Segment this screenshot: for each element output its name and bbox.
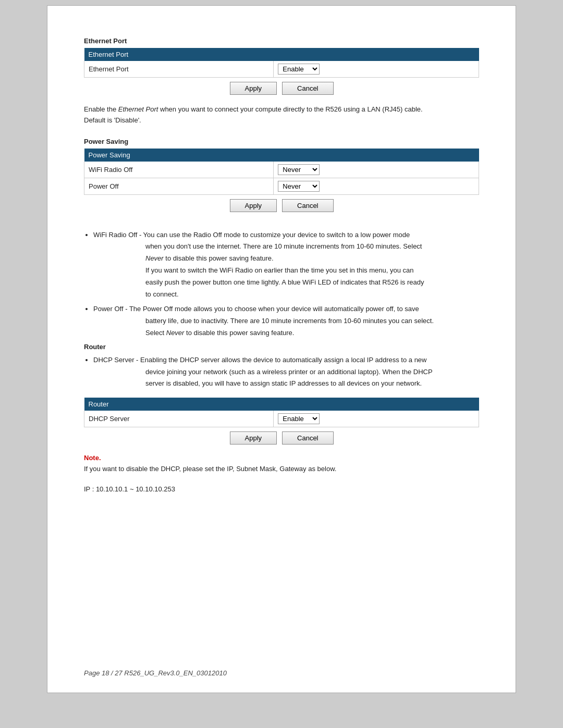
power-off-label: Power Off xyxy=(84,178,274,194)
wifi-radio-off-bullet-sub1: when you don't use the internet. There a… xyxy=(145,241,479,252)
table-row: DHCP Server Enable Disable xyxy=(84,411,479,427)
router-cancel-button[interactable]: Cancel xyxy=(282,431,333,445)
footer-text: Page 18 / 27 R526_UG_Rev3.0_EN_03012010 xyxy=(84,669,227,677)
list-item: WiFi Radio Off - You can use the Radio O… xyxy=(93,230,479,300)
wifi-radio-off-bullet-sub5: to connect. xyxy=(145,289,479,300)
table-row: Ethernet Port Enable Disable xyxy=(84,61,479,78)
router-table-header: Router xyxy=(84,398,479,411)
wifi-radio-off-bullet-sub3: If you want to switch the WiFi Radio on … xyxy=(145,265,479,276)
router-table: Router DHCP Server Enable Disable xyxy=(84,398,479,427)
router-apply-button[interactable]: Apply xyxy=(230,431,277,445)
note-label: Note. xyxy=(84,454,479,462)
power-off-bullet-sub1: battery life, due to inactivity. There a… xyxy=(145,316,479,327)
power-saving-section: Power Saving Power Saving WiFi Radio Off… xyxy=(84,138,479,339)
wifi-radio-off-bullet-sub2: Never to disable this power saving featu… xyxy=(145,253,479,264)
power-saving-heading: Power Saving xyxy=(84,138,479,145)
ethernet-port-apply-button[interactable]: Apply xyxy=(230,82,277,95)
power-saving-apply-button[interactable]: Apply xyxy=(230,199,277,212)
dhcp-bullet-sub2: server is disabled, you will have to ass… xyxy=(145,378,479,389)
ethernet-port-select-cell: Enable Disable xyxy=(274,61,479,78)
table-row: Power Off Never 10 min 20 min 30 min 40 … xyxy=(84,178,479,194)
power-saving-bullet-list: WiFi Radio Off - You can use the Radio O… xyxy=(93,230,479,339)
ethernet-port-table: Ethernet Port Ethernet Port Enable Disab… xyxy=(84,48,479,78)
power-saving-button-row: Apply Cancel xyxy=(84,199,479,212)
ethernet-port-description: Enable the Ethernet Port when you want t… xyxy=(84,104,479,126)
ethernet-port-table-header: Ethernet Port xyxy=(84,48,479,61)
ethernet-port-heading: Ethernet Port xyxy=(84,37,479,45)
note-text: If you want to disable the DHCP, please … xyxy=(84,464,479,475)
power-saving-table: Power Saving WiFi Radio Off Never 10 min… xyxy=(84,149,479,195)
router-button-row: Apply Cancel xyxy=(84,431,479,445)
ip-range-text: IP : 10.10.10.1 ~ 10.10.10.253 xyxy=(84,485,479,493)
dhcp-server-select-cell: Enable Disable xyxy=(274,411,479,427)
router-heading: Router xyxy=(84,343,479,351)
page-footer: Page 18 / 27 R526_UG_Rev3.0_EN_03012010 xyxy=(84,669,227,677)
power-saving-cancel-button[interactable]: Cancel xyxy=(282,199,333,212)
dhcp-bullet-sub1: device joining your network (such as a w… xyxy=(145,367,479,378)
power-off-bullet-sub2: Select Never to disable this power savin… xyxy=(145,328,479,339)
power-saving-table-header: Power Saving xyxy=(84,149,479,162)
router-section: Router DHCP Server - Enabling the DHCP s… xyxy=(84,343,479,493)
power-off-select[interactable]: Never 10 min 20 min 30 min 40 min 50 min… xyxy=(278,181,320,192)
router-bullet-list: DHCP Server - Enabling the DHCP server a… xyxy=(93,355,479,389)
wifi-radio-off-label: WiFi Radio Off xyxy=(84,162,274,178)
ethernet-port-cancel-button[interactable]: Cancel xyxy=(282,82,333,95)
ethernet-port-section: Ethernet Port Ethernet Port Ethernet Por… xyxy=(84,37,479,126)
ethernet-port-select[interactable]: Enable Disable xyxy=(278,64,320,75)
table-row: WiFi Radio Off Never 10 min 20 min 30 mi… xyxy=(84,162,479,178)
list-item: DHCP Server - Enabling the DHCP server a… xyxy=(93,355,479,389)
dhcp-bullet-main: DHCP Server - Enabling the DHCP server a… xyxy=(93,356,426,364)
wifi-radio-off-bullet-main: WiFi Radio Off - You can use the Radio O… xyxy=(93,231,410,239)
ethernet-port-row-label: Ethernet Port xyxy=(84,61,274,78)
list-item: Power Off - The Power Off mode allows yo… xyxy=(93,304,479,338)
ethernet-port-button-row: Apply Cancel xyxy=(84,82,479,95)
power-off-select-cell: Never 10 min 20 min 30 min 40 min 50 min… xyxy=(274,178,479,194)
wifi-radio-off-bullet-sub4: easily push the power button one time li… xyxy=(145,277,479,288)
wifi-radio-off-select[interactable]: Never 10 min 20 min 30 min 40 min 50 min… xyxy=(278,164,320,175)
dhcp-server-label: DHCP Server xyxy=(84,411,274,427)
dhcp-server-select[interactable]: Enable Disable xyxy=(278,413,320,424)
page: Ethernet Port Ethernet Port Ethernet Por… xyxy=(47,5,516,693)
wifi-radio-off-select-cell: Never 10 min 20 min 30 min 40 min 50 min… xyxy=(274,162,479,178)
power-off-bullet-main: Power Off - The Power Off mode allows yo… xyxy=(93,305,419,313)
